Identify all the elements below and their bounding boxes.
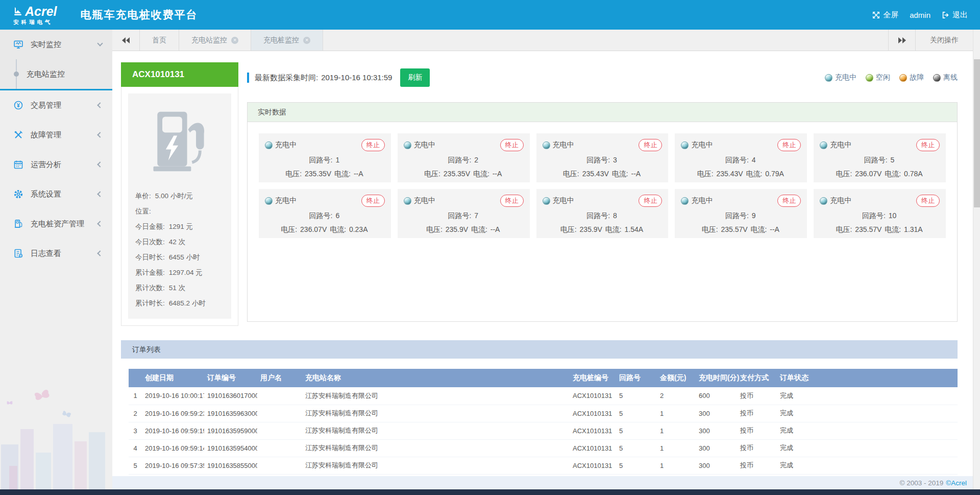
terminate-button[interactable]: 终止 bbox=[500, 195, 524, 207]
charging-status-icon bbox=[265, 197, 273, 205]
page-title: 电瓶车充电桩收费平台 bbox=[81, 8, 198, 22]
charging-status-icon bbox=[820, 142, 827, 149]
vertical-scrollbar[interactable] bbox=[973, 30, 980, 489]
terminate-button[interactable]: 终止 bbox=[361, 139, 385, 151]
sidebar-item-label: 系统设置 bbox=[31, 190, 98, 199]
butterfly-icon bbox=[6, 400, 13, 406]
chevron-left-icon bbox=[97, 161, 103, 167]
terminate-button[interactable]: 终止 bbox=[916, 195, 940, 207]
double-left-arrow-icon bbox=[122, 37, 130, 43]
chevron-left-icon bbox=[97, 250, 103, 256]
building-decoration bbox=[9, 466, 17, 489]
monitor-toolbar: 最新数据采集时间:2019-10-16 10:31:59 刷新 充电中 空闲 故… bbox=[247, 67, 958, 88]
logo-text: Acrel bbox=[25, 5, 57, 18]
orders-section-title: 订单列表 bbox=[121, 340, 958, 359]
terminate-button[interactable]: 终止 bbox=[639, 195, 662, 207]
charger-icon bbox=[13, 219, 23, 229]
sidebar-item-transactions[interactable]: 交易管理 bbox=[0, 90, 112, 120]
sidebar: 实时监控 充电站监控 交易管理 故障管理 bbox=[0, 30, 112, 489]
building-decoration bbox=[89, 432, 105, 489]
terminate-button[interactable]: 终止 bbox=[777, 139, 801, 151]
close-tab-icon[interactable]: × bbox=[303, 37, 310, 44]
circuit-card-8: 充电中终止 回路号: 8 电压: 235.9V 电流: 1.54A bbox=[536, 189, 669, 238]
sidebar-item-station-monitor[interactable]: 充电站监控 bbox=[0, 59, 112, 89]
sidebar-item-pile-assets[interactable]: 充电桩资产管理 bbox=[0, 209, 112, 239]
scrollbar-thumb[interactable] bbox=[974, 59, 980, 207]
stat-total-amount: 累计金额:1297.04 元 bbox=[135, 265, 224, 280]
status-legend: 充电中 空闲 故障 离线 bbox=[825, 73, 958, 82]
circuit-card-10: 充电中终止 回路号: 10 电压: 235.57V 电流: 1.31A bbox=[814, 189, 946, 238]
tab-home[interactable]: 首页 bbox=[140, 30, 179, 51]
chevron-left-icon bbox=[97, 102, 103, 108]
table-row[interactable]: 5 2019-10-16 09:57:35 1910163585500043 江… bbox=[129, 457, 958, 474]
building-decoration bbox=[20, 429, 34, 489]
close-tab-icon[interactable]: × bbox=[231, 37, 238, 44]
sidebar-item-faults[interactable]: 故障管理 bbox=[0, 120, 112, 150]
stat-total-count: 累计次数:51 次 bbox=[135, 280, 224, 296]
stat-total-duration: 累计时长:6485.2 小时 bbox=[135, 296, 224, 311]
calendar-icon bbox=[13, 159, 23, 170]
charging-status-icon bbox=[543, 197, 550, 205]
table-row[interactable]: 1 2019-10-16 10:00:17 1910163601700047 江… bbox=[129, 387, 958, 405]
tab-station-monitor[interactable]: 充电站监控 × bbox=[179, 30, 251, 51]
terminate-button[interactable]: 终止 bbox=[916, 139, 940, 151]
logout-label: 退出 bbox=[952, 10, 968, 20]
scroll-tabs-right-button[interactable] bbox=[888, 30, 916, 51]
circuit-card-1: 充电中终止 回路号: 1 电压: 235.35V 电流: --A bbox=[259, 133, 391, 182]
terminate-button[interactable]: 终止 bbox=[777, 195, 801, 207]
scroll-tabs-left-button[interactable] bbox=[112, 30, 140, 51]
terminate-button[interactable]: 终止 bbox=[361, 195, 385, 207]
terminate-button[interactable]: 终止 bbox=[639, 139, 662, 151]
refresh-button[interactable]: 刷新 bbox=[400, 68, 430, 87]
column-header: 金额(元) bbox=[657, 369, 696, 387]
sidebar-item-analytics[interactable]: 运营分析 bbox=[0, 150, 112, 179]
legend-offline: 离线 bbox=[933, 73, 958, 82]
column-header: 订单状态 bbox=[777, 369, 958, 387]
table-row[interactable]: 2 2019-10-16 09:59:23 1910163596300046 江… bbox=[129, 405, 958, 422]
chevron-left-icon bbox=[97, 132, 103, 137]
sidebar-item-label: 交易管理 bbox=[31, 101, 98, 110]
timeline-decoration bbox=[16, 59, 17, 89]
sidebar-item-realtime-monitor[interactable]: 实时监控 bbox=[0, 30, 112, 59]
fullscreen-icon bbox=[872, 11, 880, 19]
circuit-card-3: 充电中终止 回路号: 3 电压: 235.43V 电流: --A bbox=[536, 133, 669, 182]
charging-status-icon bbox=[681, 197, 689, 205]
tab-pile-monitor[interactable]: 充电桩监控 × bbox=[251, 30, 323, 51]
username[interactable]: admin bbox=[910, 11, 930, 19]
sail-logo-icon bbox=[13, 6, 22, 16]
realtime-data-panel: 实时数据 充电中终止 回路号: 1 电压: 235.35V 电流: --A 充电… bbox=[247, 102, 958, 322]
terminate-button[interactable]: 终止 bbox=[500, 139, 524, 151]
circuit-card-7: 充电中终止 回路号: 7 电压: 235.9V 电流: --A bbox=[398, 189, 530, 238]
butterfly-icon bbox=[32, 387, 53, 406]
chevron-left-icon bbox=[97, 191, 103, 197]
realtime-data-title: 实时数据 bbox=[248, 103, 957, 122]
column-header: 充电站名称 bbox=[302, 369, 570, 387]
footer: © 2003 - 2019 ©Acrel bbox=[112, 476, 980, 489]
building-decoration bbox=[53, 424, 72, 489]
table-row[interactable]: 4 2019-10-16 09:59:14 1910163595400044 江… bbox=[129, 439, 958, 457]
fault-status-icon bbox=[899, 74, 907, 82]
transaction-icon bbox=[13, 100, 23, 110]
top-header: Acrel 安科瑞电气 电瓶车充电桩收费平台 全屏 admin 退出 bbox=[0, 0, 980, 30]
close-operations-button[interactable]: 关闭操作 bbox=[916, 30, 973, 51]
logout-button[interactable]: 退出 bbox=[942, 10, 968, 20]
sidebar-item-label: 充电桩资产管理 bbox=[31, 219, 98, 229]
fullscreen-button[interactable]: 全屏 bbox=[872, 10, 898, 20]
sidebar-item-label: 实时监控 bbox=[31, 40, 98, 50]
charging-status-icon bbox=[543, 142, 550, 149]
screen: Acrel 安科瑞电气 电瓶车充电桩收费平台 全屏 admin 退出 bbox=[0, 0, 980, 495]
tab-label: 首页 bbox=[152, 36, 166, 45]
charging-pump-icon bbox=[147, 108, 212, 177]
sidebar-item-settings[interactable]: 系统设置 bbox=[0, 179, 112, 209]
circuit-card-4: 充电中终止 回路号: 4 电压: 235.43V 电流: 0.79A bbox=[675, 133, 807, 182]
sidebar-item-logs[interactable]: 日志查看 bbox=[0, 239, 112, 268]
circuit-card-6: 充电中终止 回路号: 6 电压: 236.07V 电流: 0.23A bbox=[259, 189, 391, 238]
gear-icon bbox=[13, 189, 23, 199]
column-header: 创建日期 bbox=[142, 369, 204, 387]
footer-brand-link[interactable]: ©Acrel bbox=[946, 479, 967, 487]
fullscreen-label: 全屏 bbox=[883, 10, 898, 20]
copyright-text: © 2003 - 2019 bbox=[900, 479, 944, 487]
tab-label: 充电桩监控 bbox=[263, 36, 299, 45]
tab-label: 充电站监控 bbox=[191, 36, 227, 45]
table-row[interactable]: 3 2019-10-16 09:59:19 1910163595900045 江… bbox=[129, 422, 958, 439]
